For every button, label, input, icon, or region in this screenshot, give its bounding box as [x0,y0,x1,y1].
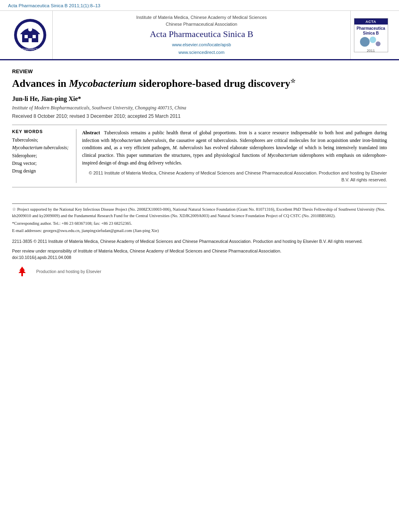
logo-top-bar: ACTA [354,18,388,25]
section-label: REVIEW [12,68,387,74]
journal-header: ACTA PHARMACEUTICA Institute of Materia … [0,11,399,60]
footnote-star: ☆ Project supported by the National Key … [12,206,387,219]
article-title: Advances in Mycobacterium siderophore-ba… [12,77,387,90]
elsevier-tree-icon [14,266,31,277]
issn-text: 2211-3835 © 2011 Institute of Materia Me… [12,238,387,245]
main-content: REVIEW Advances in Mycobacterium siderop… [0,60,399,283]
kw-item-3: Siderophore; [12,152,71,160]
elsevier-label: Production and hosting by Elsevier [36,269,101,274]
abstract-column: Abstract Tuberculosis remains a public h… [76,129,387,183]
svg-point-6 [28,27,32,31]
copyright-notice: © 2011 Institute of Materia Medica, Chin… [82,170,387,183]
svg-text:ACTA PHARMACEUTICA: ACTA PHARMACEUTICA [14,48,47,51]
page: Acta Pharmaceutica Sinica B 2011;1(1):8–… [0,0,399,532]
svg-rect-3 [25,35,28,38]
right-logo-box: ACTA PharmaceuticaSinica B 2011 [354,18,388,52]
affiliation: Institute of Modern Biopharmaceuticals, … [12,105,387,111]
keywords-list: Tuberculosis; Mycobacterium tuberculosis… [12,136,71,175]
svg-rect-12 [21,273,23,276]
title-star: ☆ [290,78,296,84]
header-links: www.elsevier.com/locate/apsb www.science… [172,41,231,56]
journal-title: Acta Pharmaceutica Sinica B [150,29,253,39]
logo-decoration [359,36,383,48]
footnotes-section: ☆ Project supported by the National Key … [12,203,387,234]
received-dates: Received 8 October 2010; revised 3 Decem… [12,113,387,119]
kw-item-5: Drug design [12,167,71,175]
footnote-email: E-mail addresses: georgex@swu.edu.cn, ji… [12,228,387,234]
citation-link[interactable]: Acta Pharmaceutica Sinica B 2011;1(1):8–… [8,3,101,8]
svg-rect-4 [33,35,36,38]
title-part2: siderophore-based drug discovery [136,78,290,89]
logo-year: 2011 [367,49,375,52]
abstract-label: Abstract [82,130,100,136]
kw-item-1: Tuberculosis; [12,136,71,144]
left-logo-svg: ACTA PHARMACEUTICA [12,18,48,52]
footnote-star-text: Project supported by the National Key In… [12,207,385,218]
kw-item-2: Mycobacterium tuberculosis; [12,144,71,152]
doi-line: doi:10.1016/j.apsb.2011.04.008 [12,255,387,261]
kw-item-4: Drug vector; [12,160,71,167]
svg-point-8 [360,37,370,47]
citation-bar: Acta Pharmaceutica Sinica B 2011;1(1):8–… [0,0,399,11]
title-italic: Mycobacterium [69,78,137,89]
elsevier-footer: Production and hosting by Elsevier [12,265,387,277]
svg-point-9 [370,37,376,43]
institute-line2: Chinese Pharmaceutical Association [136,21,267,28]
institute-info: Institute of Materia Medica, Chinese Aca… [136,14,267,27]
title-part1: Advances in [12,78,69,89]
peer-review-line: Peer review under responsibility of Inst… [12,248,387,261]
abstract-section: KEY WORDS Tuberculosis; Mycobacterium tu… [12,125,387,187]
logo-inner: PharmaceuticaSinica B 2011 [356,25,386,52]
peer-review-text: Peer review under responsibility of Inst… [12,248,387,255]
link1: www.elsevier.com/locate/apsb [172,41,231,49]
elsevier-logo [12,265,32,277]
keywords-title: KEY WORDS [12,129,71,134]
issn-section: 2211-3835 © 2011 Institute of Materia Me… [12,238,387,245]
journal-logo-right: ACTA PharmaceuticaSinica B 2011 [351,11,391,59]
svg-point-10 [376,41,380,46]
abstract-text: Abstract Tuberculosis remains a public h… [82,129,387,166]
institute-line1: Institute of Materia Medica, Chinese Aca… [136,14,267,21]
journal-logo-left: ACTA PHARMACEUTICA [8,11,52,59]
footnote-corresponding: *Corresponding author. Tel.: +86 23 6836… [12,220,387,227]
link2: www.sciencedirect.com [172,49,231,56]
svg-rect-5 [29,38,32,42]
authors: Jun-li He, Jian-ping Xie* [12,95,387,103]
header-center: Institute of Materia Medica, Chinese Aca… [52,11,351,59]
keywords-column: KEY WORDS Tuberculosis; Mycobacterium tu… [12,129,76,183]
